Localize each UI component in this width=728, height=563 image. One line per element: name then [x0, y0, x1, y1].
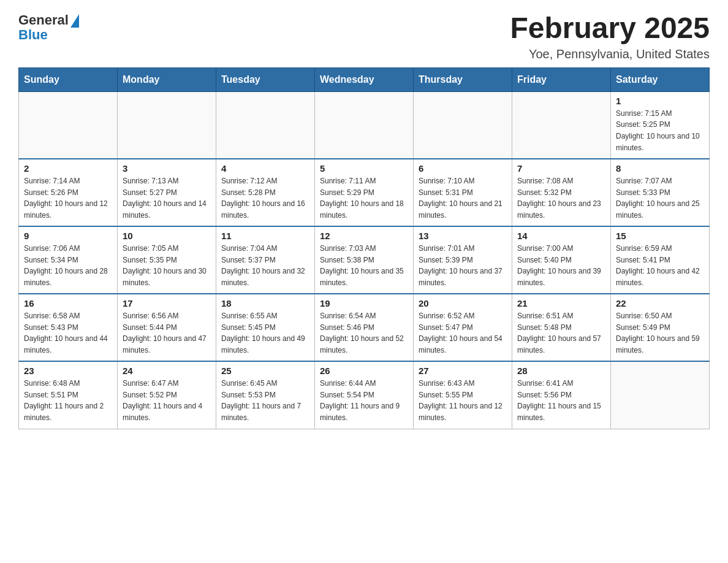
day-number: 22 — [616, 298, 704, 308]
day-info: Sunrise: 7:00 AMSunset: 5:40 PMDaylight:… — [517, 243, 605, 288]
day-info: Sunrise: 6:41 AMSunset: 5:56 PMDaylight:… — [517, 378, 605, 423]
day-number: 21 — [517, 298, 605, 308]
day-info: Sunrise: 7:07 AMSunset: 5:33 PMDaylight:… — [616, 175, 704, 221]
day-info: Sunrise: 7:06 AMSunset: 5:34 PMDaylight:… — [24, 243, 112, 288]
calendar-cell: 4Sunrise: 7:12 AMSunset: 5:28 PMDaylight… — [216, 159, 315, 226]
calendar-cell: 14Sunrise: 7:00 AMSunset: 5:40 PMDayligh… — [512, 226, 611, 294]
calendar-cell: 17Sunrise: 6:56 AMSunset: 5:44 PMDayligh… — [118, 294, 216, 361]
day-number: 18 — [221, 298, 309, 308]
day-info: Sunrise: 6:51 AMSunset: 5:48 PMDaylight:… — [517, 310, 605, 356]
day-info: Sunrise: 7:10 AMSunset: 5:31 PMDaylight:… — [419, 175, 507, 221]
weekday-header-monday: Monday — [118, 67, 216, 91]
day-info: Sunrise: 7:01 AMSunset: 5:39 PMDaylight:… — [419, 243, 507, 288]
calendar-week-row: 1Sunrise: 7:15 AMSunset: 5:25 PMDaylight… — [19, 91, 710, 159]
day-info: Sunrise: 6:44 AMSunset: 5:54 PMDaylight:… — [320, 378, 408, 423]
weekday-header-sunday: Sunday — [19, 67, 118, 91]
day-info: Sunrise: 6:43 AMSunset: 5:55 PMDaylight:… — [419, 378, 507, 423]
day-info: Sunrise: 6:58 AMSunset: 5:43 PMDaylight:… — [24, 310, 112, 356]
page-header: General Blue February 2025 Yoe, Pennsylv… — [18, 12, 710, 61]
calendar-cell: 16Sunrise: 6:58 AMSunset: 5:43 PMDayligh… — [19, 294, 118, 361]
day-info: Sunrise: 6:50 AMSunset: 5:49 PMDaylight:… — [616, 310, 704, 356]
calendar-cell: 6Sunrise: 7:10 AMSunset: 5:31 PMDaylight… — [414, 159, 512, 226]
calendar-week-row: 2Sunrise: 7:14 AMSunset: 5:26 PMDaylight… — [19, 159, 710, 226]
day-info: Sunrise: 6:52 AMSunset: 5:47 PMDaylight:… — [419, 310, 507, 356]
day-info: Sunrise: 6:56 AMSunset: 5:44 PMDaylight:… — [123, 310, 211, 356]
day-number: 20 — [419, 298, 507, 308]
calendar-cell: 12Sunrise: 7:03 AMSunset: 5:38 PMDayligh… — [315, 226, 414, 294]
weekday-header-row: SundayMondayTuesdayWednesdayThursdayFrid… — [19, 67, 710, 91]
calendar-cell: 21Sunrise: 6:51 AMSunset: 5:48 PMDayligh… — [512, 294, 611, 361]
calendar-cell: 7Sunrise: 7:08 AMSunset: 5:32 PMDaylight… — [512, 159, 611, 226]
day-info: Sunrise: 7:12 AMSunset: 5:28 PMDaylight:… — [221, 175, 309, 221]
weekday-header-saturday: Saturday — [611, 67, 710, 91]
calendar-cell: 19Sunrise: 6:54 AMSunset: 5:46 PMDayligh… — [315, 294, 414, 361]
calendar-cell: 9Sunrise: 7:06 AMSunset: 5:34 PMDaylight… — [19, 226, 118, 294]
day-number: 2 — [24, 163, 112, 174]
day-number: 3 — [123, 163, 211, 174]
day-info: Sunrise: 6:45 AMSunset: 5:53 PMDaylight:… — [221, 378, 309, 423]
calendar-cell: 15Sunrise: 6:59 AMSunset: 5:41 PMDayligh… — [611, 226, 710, 294]
day-number: 14 — [517, 231, 605, 241]
day-info: Sunrise: 7:04 AMSunset: 5:37 PMDaylight:… — [221, 243, 309, 288]
calendar-cell — [19, 91, 118, 159]
day-info: Sunrise: 6:54 AMSunset: 5:46 PMDaylight:… — [320, 310, 408, 356]
calendar-week-row: 9Sunrise: 7:06 AMSunset: 5:34 PMDaylight… — [19, 226, 710, 294]
day-number: 10 — [123, 231, 211, 241]
day-info: Sunrise: 7:05 AMSunset: 5:35 PMDaylight:… — [123, 243, 211, 288]
calendar-cell: 13Sunrise: 7:01 AMSunset: 5:39 PMDayligh… — [414, 226, 512, 294]
weekday-header-thursday: Thursday — [414, 67, 512, 91]
day-info: Sunrise: 7:03 AMSunset: 5:38 PMDaylight:… — [320, 243, 408, 288]
calendar-cell — [315, 91, 414, 159]
calendar-cell — [118, 91, 216, 159]
day-number: 7 — [517, 163, 605, 174]
day-number: 16 — [24, 298, 112, 308]
day-number: 5 — [320, 163, 408, 174]
calendar-cell — [512, 91, 611, 159]
day-number: 13 — [419, 231, 507, 241]
calendar-cell: 18Sunrise: 6:55 AMSunset: 5:45 PMDayligh… — [216, 294, 315, 361]
day-number: 11 — [221, 231, 309, 241]
day-info: Sunrise: 6:48 AMSunset: 5:51 PMDaylight:… — [24, 378, 112, 423]
day-info: Sunrise: 7:15 AMSunset: 5:25 PMDaylight:… — [616, 108, 704, 153]
day-number: 27 — [419, 366, 507, 376]
day-number: 23 — [24, 366, 112, 376]
calendar-cell: 26Sunrise: 6:44 AMSunset: 5:54 PMDayligh… — [315, 361, 414, 429]
calendar-week-row: 16Sunrise: 6:58 AMSunset: 5:43 PMDayligh… — [19, 294, 710, 361]
day-info: Sunrise: 7:08 AMSunset: 5:32 PMDaylight:… — [517, 175, 605, 221]
calendar-cell: 20Sunrise: 6:52 AMSunset: 5:47 PMDayligh… — [414, 294, 512, 361]
day-info: Sunrise: 6:55 AMSunset: 5:45 PMDaylight:… — [221, 310, 309, 356]
logo-triangle-icon — [70, 14, 79, 28]
day-number: 28 — [517, 366, 605, 376]
day-number: 12 — [320, 231, 408, 241]
day-number: 26 — [320, 366, 408, 376]
calendar-cell: 1Sunrise: 7:15 AMSunset: 5:25 PMDaylight… — [611, 91, 710, 159]
calendar-cell: 23Sunrise: 6:48 AMSunset: 5:51 PMDayligh… — [19, 361, 118, 429]
day-info: Sunrise: 7:13 AMSunset: 5:27 PMDaylight:… — [123, 175, 211, 221]
calendar-table: SundayMondayTuesdayWednesdayThursdayFrid… — [18, 67, 710, 429]
day-number: 24 — [123, 366, 211, 376]
day-number: 6 — [419, 163, 507, 174]
day-number: 9 — [24, 231, 112, 241]
calendar-cell: 27Sunrise: 6:43 AMSunset: 5:55 PMDayligh… — [414, 361, 512, 429]
day-info: Sunrise: 7:14 AMSunset: 5:26 PMDaylight:… — [24, 175, 112, 221]
weekday-header-friday: Friday — [512, 67, 611, 91]
day-number: 4 — [221, 163, 309, 174]
day-number: 19 — [320, 298, 408, 308]
calendar-cell — [216, 91, 315, 159]
day-number: 25 — [221, 366, 309, 376]
day-info: Sunrise: 7:11 AMSunset: 5:29 PMDaylight:… — [320, 175, 408, 221]
calendar-cell: 3Sunrise: 7:13 AMSunset: 5:27 PMDaylight… — [118, 159, 216, 226]
weekday-header-tuesday: Tuesday — [216, 67, 315, 91]
calendar-cell — [414, 91, 512, 159]
day-info: Sunrise: 6:59 AMSunset: 5:41 PMDaylight:… — [616, 243, 704, 288]
day-number: 8 — [616, 163, 704, 174]
logo: General Blue — [18, 12, 79, 43]
calendar-cell: 2Sunrise: 7:14 AMSunset: 5:26 PMDaylight… — [19, 159, 118, 226]
calendar-cell: 22Sunrise: 6:50 AMSunset: 5:49 PMDayligh… — [611, 294, 710, 361]
calendar-cell: 25Sunrise: 6:45 AMSunset: 5:53 PMDayligh… — [216, 361, 315, 429]
day-number: 17 — [123, 298, 211, 308]
calendar-cell: 10Sunrise: 7:05 AMSunset: 5:35 PMDayligh… — [118, 226, 216, 294]
title-area: February 2025 Yoe, Pennsylvania, United … — [510, 12, 710, 61]
calendar-week-row: 23Sunrise: 6:48 AMSunset: 5:51 PMDayligh… — [19, 361, 710, 429]
calendar-cell: 5Sunrise: 7:11 AMSunset: 5:29 PMDaylight… — [315, 159, 414, 226]
